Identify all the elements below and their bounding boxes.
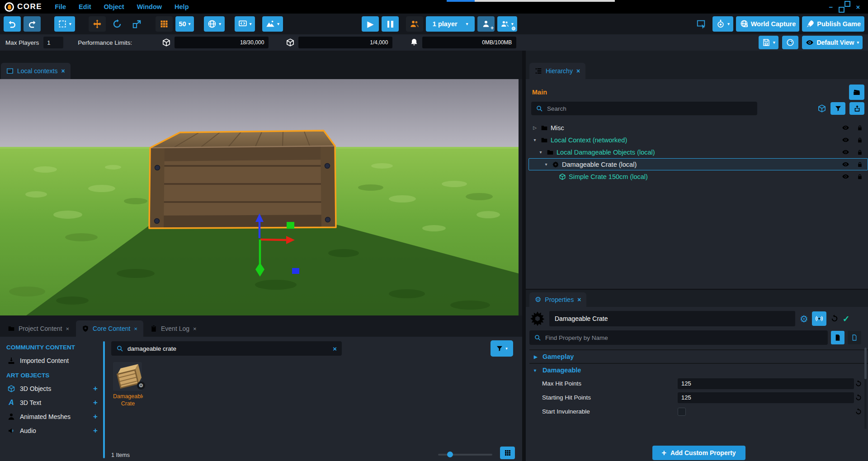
clear-search-icon[interactable]: × <box>333 345 337 353</box>
tab-hierarchy[interactable]: Hierarchy × <box>529 63 585 79</box>
tab-project-content[interactable]: Project Content × <box>2 320 75 337</box>
section-gameplay[interactable]: ▶ Gameplay <box>529 349 868 363</box>
collapse-arrow-icon[interactable]: ▾ <box>543 162 549 167</box>
networked-toggle-button[interactable] <box>812 311 826 326</box>
section-damageable[interactable]: ▾ Damageable <box>529 363 868 376</box>
thumbnail-size-slider[interactable] <box>438 454 492 456</box>
lock-icon[interactable] <box>857 161 863 168</box>
grid-size-dropdown[interactable]: 50▾ <box>175 16 194 32</box>
close-icon[interactable]: × <box>61 67 65 75</box>
add-player-button[interactable]: + <box>477 16 495 32</box>
pause-button[interactable] <box>382 16 399 32</box>
menu-window[interactable]: Window <box>137 3 162 10</box>
sidebar-item-3d-objects[interactable]: 3D Objects + <box>0 381 103 395</box>
content-search-input[interactable] <box>127 345 329 352</box>
close-icon[interactable]: × <box>193 325 197 332</box>
object-settings-gear-icon[interactable]: ⚙ <box>800 314 808 324</box>
visibility-eye-icon[interactable] <box>842 148 849 156</box>
visibility-eye-icon[interactable] <box>842 136 849 144</box>
sidebar-item-animated-meshes[interactable]: Animated Meshes + <box>0 409 103 423</box>
select-tool-button[interactable]: ▾ <box>54 16 75 32</box>
menu-file[interactable]: File <box>55 3 66 10</box>
collapse-arrow-icon[interactable]: ▾ <box>538 150 544 155</box>
sidebar-item-audio[interactable]: Audio + <box>0 423 103 437</box>
add-icon[interactable]: + <box>93 384 98 393</box>
slider-handle[interactable] <box>447 452 453 457</box>
preview-mode-dropdown[interactable]: ▾ <box>235 16 255 32</box>
hierarchy-search-input[interactable] <box>547 105 753 112</box>
scale-tool-button[interactable] <box>128 16 146 32</box>
move-tool-button[interactable] <box>89 16 106 32</box>
screen-share-button[interactable] <box>693 16 710 32</box>
copy-properties-button[interactable] <box>831 331 844 344</box>
expand-arrow-icon[interactable]: ▷ <box>532 125 538 130</box>
publish-game-button[interactable]: Publish Game <box>802 16 864 32</box>
object-name-field[interactable]: Damageable Crate <box>549 311 795 326</box>
play-button[interactable]: ▶ <box>362 16 379 32</box>
cinematic-clapper-button[interactable] <box>849 85 864 100</box>
collapse-arrow-icon[interactable]: ▾ <box>532 137 538 142</box>
content-filter-dropdown[interactable]: ▾ <box>491 340 513 357</box>
visibility-eye-icon[interactable] <box>842 173 849 180</box>
hierarchy-export-button[interactable] <box>849 102 864 115</box>
max-players-input[interactable] <box>43 37 63 48</box>
hierarchy-row-local-context[interactable]: ▾ Local Context (networked) <box>528 134 868 146</box>
close-icon[interactable]: × <box>66 325 70 332</box>
redo-button[interactable] <box>24 16 41 32</box>
add-icon[interactable]: + <box>93 412 98 421</box>
capture-bot-dropdown[interactable]: ▾ <box>712 16 733 32</box>
world-capture-button[interactable]: World Capture <box>736 16 800 32</box>
minimize-button[interactable]: − <box>827 4 835 10</box>
property-search-input[interactable] <box>545 334 823 341</box>
default-view-dropdown[interactable]: Default View▾ <box>802 36 863 49</box>
player-count-dropdown[interactable]: 1 player▾ <box>426 16 475 32</box>
template-package-icon[interactable] <box>817 104 826 113</box>
close-button[interactable]: × <box>854 4 862 10</box>
sidebar-item-imported-content[interactable]: Imported Content <box>0 353 103 367</box>
tab-core-content[interactable]: Core Content × <box>76 320 143 337</box>
add-custom-property-button[interactable]: + Add Custom Property <box>652 446 745 460</box>
lock-icon[interactable] <box>857 174 863 180</box>
world-settings-dropdown[interactable]: ▾ <box>204 16 225 32</box>
crate-object[interactable] <box>149 131 336 228</box>
gizmo-right-axis[interactable] <box>260 240 287 240</box>
menu-edit[interactable]: Edit <box>79 3 91 10</box>
hierarchy-row-misc[interactable]: ▷ Misc <box>528 122 868 134</box>
viewport-canvas[interactable] <box>0 79 519 315</box>
add-icon[interactable]: + <box>93 426 98 435</box>
tab-properties[interactable]: ⚙ Properties × <box>529 292 586 307</box>
multiplayer-toggle-button[interactable] <box>406 16 423 32</box>
hierarchy-filter-button[interactable] <box>830 102 845 115</box>
hierarchy-row-simple-crate[interactable]: Simple Crate 150cm (local) <box>528 170 868 183</box>
player-settings-dropdown[interactable]: ⚙▾ <box>497 16 517 32</box>
asset-tile-damageable-crate[interactable]: ⚙ Damageable Crate <box>113 362 143 408</box>
performance-gauge-button[interactable] <box>782 36 798 49</box>
grid-view-button[interactable] <box>500 447 515 459</box>
menu-help[interactable]: Help <box>175 3 189 10</box>
reset-property-icon[interactable] <box>854 380 863 388</box>
paste-properties-button[interactable] <box>848 331 861 344</box>
visibility-eye-icon[interactable] <box>842 124 849 132</box>
tab-local-contexts[interactable]: Local contexts × <box>1 63 71 79</box>
rotate-tool-button[interactable] <box>108 16 126 32</box>
max-hit-points-input[interactable]: 125 <box>678 378 854 389</box>
menu-object[interactable]: Object <box>104 3 124 10</box>
tab-event-log[interactable]: Event Log × <box>144 320 203 337</box>
lock-icon[interactable] <box>857 125 863 131</box>
gizmo-plane-handle-blue[interactable] <box>292 268 299 274</box>
reset-property-icon[interactable] <box>854 394 863 402</box>
reset-property-icon[interactable] <box>854 408 863 416</box>
grid-snap-button[interactable] <box>156 16 173 32</box>
lock-icon[interactable] <box>857 137 863 143</box>
add-icon[interactable]: + <box>93 398 98 407</box>
close-icon[interactable]: × <box>577 296 581 303</box>
starting-hit-points-input[interactable]: 125 <box>678 392 854 403</box>
close-icon[interactable]: × <box>134 325 137 332</box>
start-invulnerable-checkbox[interactable] <box>678 408 686 416</box>
lock-icon[interactable] <box>857 149 863 155</box>
revert-icon[interactable] <box>830 314 839 323</box>
properties-scrollbar[interactable] <box>864 348 867 429</box>
confirm-check-icon[interactable]: ✓ <box>843 315 850 323</box>
sidebar-item-3d-text[interactable]: A 3D Text + <box>0 395 103 409</box>
visibility-eye-icon[interactable] <box>842 160 849 168</box>
